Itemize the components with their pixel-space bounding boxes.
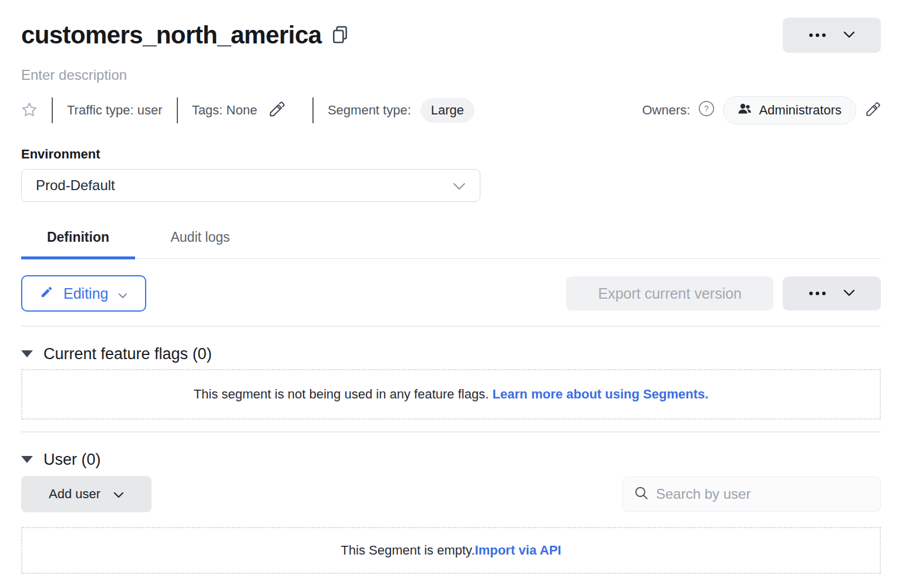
tags-label: Tags: None (192, 103, 257, 118)
editing-label: Editing (63, 285, 108, 302)
definition-overflow-menu-button[interactable] (783, 276, 881, 310)
tab-definition[interactable]: Definition (21, 229, 135, 258)
ellipsis-icon (809, 33, 826, 37)
add-user-label: Add user (49, 486, 100, 502)
tab-audit-logs[interactable]: Audit logs (140, 229, 261, 258)
owners-value: Administrators (759, 103, 842, 118)
chevron-down-icon (843, 289, 855, 298)
description-field[interactable]: Enter description (21, 67, 881, 83)
environment-section: Environment Prod-Default (21, 147, 881, 202)
learn-more-segments-link[interactable]: Learn more about using Segments. (492, 387, 708, 401)
feature-flags-empty-text: This segment is not being used in any fe… (194, 387, 493, 401)
favorite-star-button[interactable] (21, 102, 38, 120)
section-divider (21, 431, 881, 432)
chevron-down-icon (453, 177, 466, 194)
help-question-icon[interactable]: ? (698, 100, 715, 120)
user-search-box (622, 477, 881, 512)
segment-type-badge: Large (420, 98, 474, 123)
segment-detail-page: customers_north_america Enter descriptio… (0, 0, 902, 588)
meta-divider (177, 97, 178, 123)
chevron-down-icon (113, 486, 124, 502)
environment-label: Environment (21, 147, 881, 162)
segment-type-label: Segment type: (328, 103, 411, 118)
owners-group: Owners: ? Administrators (642, 96, 881, 124)
user-section-title: User (0) (43, 450, 101, 469)
collapse-triangle-icon (21, 350, 33, 357)
edit-owners-button[interactable] (864, 102, 881, 120)
feature-flags-section-header[interactable]: Current feature flags (0) (21, 344, 881, 363)
pencil-icon (864, 102, 881, 120)
pencil-icon (268, 101, 285, 120)
chevron-down-icon (118, 285, 127, 302)
copy-name-button[interactable] (332, 25, 348, 46)
page-overflow-menu-button[interactable] (783, 18, 881, 53)
import-via-api-link[interactable]: Import via API (475, 543, 561, 557)
collapse-triangle-icon (21, 456, 33, 463)
environment-select[interactable]: Prod-Default (21, 169, 480, 202)
search-by-user-input[interactable] (656, 486, 870, 502)
user-toolbar: Add user (21, 476, 881, 512)
traffic-type-label: Traffic type: user (67, 103, 163, 118)
meta-divider (52, 97, 53, 123)
ellipsis-icon (809, 292, 826, 295)
section-divider (21, 326, 881, 327)
tab-bar: Definition Audit logs (21, 229, 881, 259)
people-icon (738, 102, 752, 119)
export-current-version-button[interactable]: Export current version (566, 276, 773, 310)
add-user-button[interactable]: Add user (21, 476, 152, 512)
user-empty-text: This Segment is empty. (341, 543, 474, 557)
feature-flags-title: Current feature flags (0) (43, 344, 212, 363)
meta-divider (312, 97, 314, 123)
svg-text:?: ? (705, 104, 709, 113)
chevron-down-icon (843, 31, 855, 40)
meta-row: Traffic type: user Tags: None Segment ty… (21, 97, 881, 123)
owners-label: Owners: (642, 103, 690, 118)
feature-flags-empty-box: This segment is not being used in any fe… (21, 369, 881, 420)
environment-selected-value: Prod-Default (36, 177, 115, 194)
definition-toolbar: Editing Export current version (21, 275, 881, 312)
editing-mode-button[interactable]: Editing (21, 275, 146, 312)
title-row: customers_north_america (21, 18, 881, 53)
edit-tags-button[interactable] (268, 101, 285, 120)
owners-value-pill[interactable]: Administrators (723, 96, 856, 124)
user-section-header[interactable]: User (0) (21, 450, 881, 469)
search-icon (634, 485, 649, 503)
star-icon (21, 102, 38, 120)
page-title: customers_north_america (21, 21, 321, 49)
pencil-icon (40, 285, 53, 302)
user-empty-box: This Segment is empty.Import via API (21, 527, 881, 574)
copy-icon (332, 25, 348, 46)
